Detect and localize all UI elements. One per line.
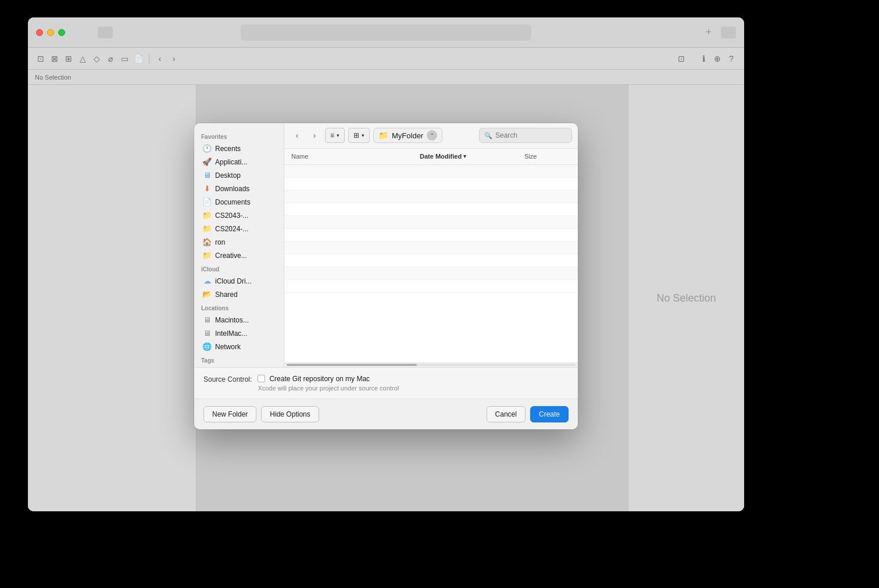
folder-expand-icon: ⌃: [430, 132, 434, 139]
title-bar: +: [28, 17, 744, 48]
sidebar-item-icloud-drive[interactable]: ☁ iCloud Dri...: [196, 275, 281, 288]
rect-icon[interactable]: ▭: [119, 53, 130, 64]
help-icon[interactable]: ?: [726, 53, 737, 64]
desktop-icon: 🖥: [202, 171, 212, 180]
split-view-button[interactable]: [721, 27, 736, 38]
intelmac-icon: 🖥: [202, 329, 212, 338]
size-column-header[interactable]: Size: [524, 153, 571, 160]
create-button[interactable]: Create: [530, 406, 569, 422]
folder-name: MyFolder: [392, 131, 423, 140]
sidebar-item-documents[interactable]: 📄 Documents: [196, 196, 281, 209]
title-bar-search: [241, 24, 531, 41]
new-folder-button[interactable]: New Folder: [203, 406, 256, 422]
cs2043-label: CS2043-...: [215, 211, 248, 220]
search-box: 🔍: [479, 128, 572, 143]
xcode-window: + ⊡ ⊠ ⊞ △ ◇ ⌀ ▭ 📄 ‹ › ⊡ ℹ ⊕ ? No Selecti…: [28, 17, 744, 511]
git-checkbox-row: Create Git repository on my Mac: [258, 375, 399, 383]
source-control-label: Source Control:: [203, 375, 252, 383]
table-row: [284, 216, 578, 229]
cs2024-icon: 📁: [202, 224, 212, 234]
folder-icon: 📁: [378, 131, 388, 140]
close-button[interactable]: [36, 29, 43, 36]
scrollbar-track: [287, 364, 576, 366]
forward-button[interactable]: ›: [308, 128, 321, 142]
home-icon: 🏠: [202, 238, 212, 247]
link-icon[interactable]: ⌀: [105, 53, 116, 64]
stop-icon[interactable]: ⊠: [49, 53, 60, 64]
source-control-right: Create Git repository on my Mac Xcode wi…: [258, 375, 399, 392]
browser-toolbar: ‹ › ≡ ▾ ⊞ ▾ 📁 MyFolder: [284, 123, 578, 149]
network-label: Network: [215, 343, 241, 351]
icloud-icon: ☁: [202, 277, 212, 286]
table-row: [284, 280, 578, 293]
inspector-toggle-icon[interactable]: ⊡: [676, 53, 687, 64]
info-icon[interactable]: ℹ: [698, 53, 709, 64]
current-folder[interactable]: 📁 MyFolder ⌃: [373, 128, 442, 143]
table-row: [284, 267, 578, 280]
minimize-button[interactable]: [47, 29, 54, 36]
table-row: [284, 229, 578, 242]
grid-view-button[interactable]: ⊞ ▾: [348, 128, 370, 143]
file-icon[interactable]: ⊡: [35, 53, 47, 64]
documents-icon: 📄: [202, 198, 212, 207]
sidebar-item-shared[interactable]: 📂 Shared: [196, 288, 281, 301]
name-column-header[interactable]: Name: [291, 153, 420, 160]
sidebar-item-network[interactable]: 🌐 Network: [196, 340, 281, 353]
sidebar-item-creative[interactable]: 📁 Creative...: [196, 249, 281, 262]
history-icon[interactable]: ⊕: [712, 53, 723, 64]
doc-icon[interactable]: 📄: [133, 53, 144, 64]
sidebar-item-desktop[interactable]: 🖥 Desktop: [196, 169, 281, 182]
folder-expand-button[interactable]: ⌃: [427, 130, 437, 141]
no-selection-right: No Selection: [656, 292, 716, 304]
sidebar-item-macintosh[interactable]: 🖥 Macintos...: [196, 314, 281, 327]
applications-icon: 🚀: [202, 157, 212, 167]
maximize-button[interactable]: [58, 29, 65, 36]
table-row: [284, 242, 578, 254]
git-checkbox[interactable]: [258, 375, 265, 382]
file-list-header: Name Date Modified ▾ Size: [284, 149, 578, 165]
grid-view-icon: ⊞: [353, 131, 359, 139]
save-dialog: Favorites 🕐 Recents 🚀 Applicati... 🖥 Des…: [194, 123, 578, 429]
horizontal-scrollbar[interactable]: [284, 363, 578, 367]
view-icon[interactable]: ⊞: [63, 53, 74, 64]
cancel-button[interactable]: Cancel: [487, 406, 526, 422]
toolbar: ⊡ ⊠ ⊞ △ ◇ ⌀ ▭ 📄 ‹ › ⊡ ℹ ⊕ ?: [28, 48, 744, 70]
table-row: [284, 178, 578, 191]
list-view-icon: ≡: [330, 131, 334, 139]
icloud-drive-label: iCloud Dri...: [215, 277, 252, 285]
documents-label: Documents: [215, 198, 251, 206]
sidebar-item-ron[interactable]: 🏠 ron: [196, 236, 281, 249]
favorites-label: Favorites: [194, 130, 284, 142]
sidebar-item-downloads[interactable]: ⬇ Downloads: [196, 182, 281, 195]
back-button[interactable]: ‹: [290, 128, 304, 142]
search-icon: 🔍: [484, 132, 492, 139]
sidebar-toggle-button[interactable]: [98, 27, 113, 38]
scrollbar-thumb[interactable]: [287, 364, 417, 366]
forward-nav-icon[interactable]: ›: [168, 53, 180, 64]
cs2024-label: CS2024-...: [215, 225, 248, 233]
date-column-header[interactable]: Date Modified ▾: [420, 153, 524, 160]
hide-options-button[interactable]: Hide Options: [261, 406, 319, 422]
sidebar-item-recents[interactable]: 🕐 Recents: [196, 142, 281, 155]
back-nav-icon[interactable]: ‹: [154, 53, 166, 64]
no-selection-label: No Selection: [35, 74, 71, 81]
list-view-button[interactable]: ≡ ▾: [325, 128, 345, 143]
downloads-label: Downloads: [215, 185, 249, 193]
git-checkbox-label: Create Git repository on my Mac: [269, 375, 370, 383]
sidebar-item-cs2024[interactable]: 📁 CS2024-...: [196, 223, 281, 235]
warn-icon[interactable]: △: [77, 53, 88, 64]
traffic-lights: [36, 29, 65, 36]
list-view-chevron: ▾: [337, 132, 340, 138]
creative-icon: 📁: [202, 251, 212, 260]
sidebar-item-cs2043[interactable]: 📁 CS2043-...: [196, 209, 281, 222]
search-input[interactable]: [495, 131, 567, 139]
sidebar-item-intelmac[interactable]: 🖥 IntelMac...: [196, 327, 281, 340]
right-panel: No Selection: [628, 85, 744, 511]
dialog-buttons: New Folder Hide Options Cancel Create: [194, 399, 578, 429]
shape-icon[interactable]: ◇: [91, 53, 102, 64]
table-row: [284, 254, 578, 267]
add-button[interactable]: +: [705, 26, 712, 38]
source-control-hint: Xcode will place your project under sour…: [258, 385, 399, 392]
sidebar-item-applications[interactable]: 🚀 Applicati...: [196, 156, 281, 168]
sort-indicator: ▾: [463, 153, 466, 159]
